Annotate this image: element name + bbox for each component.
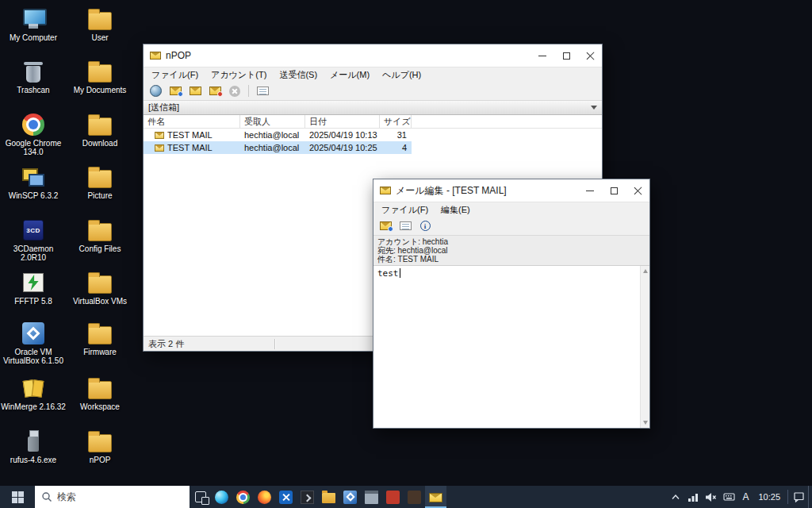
desktop-icon-label: Firmware [67, 348, 132, 356]
desktop-icon-label: WinSCP 6.3.2 [1, 191, 66, 200]
desktop-icon-3cdaemon[interactable]: 3CD 3CDaemon 2.0R10 [1, 217, 66, 262]
close-button[interactable] [578, 44, 602, 67]
search-icon [41, 491, 52, 502]
cell-size: 31 [380, 130, 412, 140]
desktop-icon-winmerge[interactable]: WinMerge 2.16.32 [1, 375, 66, 411]
edit-titlebar[interactable]: メール編集 - [TEST MAIL] [373, 179, 649, 202]
start-button[interactable] [0, 486, 35, 508]
send-receive-icon [150, 85, 162, 97]
mailbox-list-button[interactable] [254, 83, 271, 99]
desktop-icon-config-files[interactable]: Config Files [67, 217, 132, 253]
winmerge-icon [21, 378, 45, 399]
info-button[interactable] [416, 218, 434, 234]
taskbar-app-vm-window[interactable] [361, 486, 382, 508]
column-header-date[interactable]: 日付 [305, 115, 380, 128]
menu-file[interactable]: ファイル(F) [145, 67, 205, 83]
minimize-button[interactable] [578, 179, 602, 202]
desktop-icon-winscp[interactable]: WinSCP 6.3.2 [1, 164, 66, 200]
taskbar-app-red[interactable] [382, 486, 404, 508]
send-mail-button[interactable] [377, 218, 394, 234]
menu-file[interactable]: ファイル(F) [375, 202, 435, 217]
desktop-icon-ffftp[interactable]: FFFTP 5.8 [1, 270, 66, 306]
delete-icon [229, 86, 240, 97]
send-receive-button[interactable] [147, 83, 164, 99]
mail-row[interactable]: TEST MAIL hechtia@local 2025/04/19 10:13… [144, 129, 412, 141]
search-input[interactable] [57, 491, 168, 502]
close-icon [586, 52, 595, 60]
action-center-button[interactable] [790, 486, 808, 508]
taskbar-app-blue-x[interactable] [275, 486, 297, 508]
tray-volume[interactable] [702, 486, 720, 508]
maximize-button[interactable] [602, 179, 626, 202]
desktop-icon-workspace[interactable]: Workspace [67, 375, 132, 411]
column-header-recipient[interactable]: 受取人 [240, 115, 305, 128]
desktop-icon-npop[interactable]: nPOP [67, 429, 132, 464]
menu-help[interactable]: ヘルプ(H) [376, 67, 427, 83]
check-mail-button[interactable] [167, 83, 184, 99]
vertical-scrollbar[interactable] [640, 266, 649, 428]
taskbar-app-cmd[interactable] [297, 486, 318, 508]
taskbar-app-folder[interactable] [318, 486, 339, 508]
desktop-icon-picture[interactable]: Picture [67, 164, 132, 200]
close-button[interactable] [626, 179, 649, 202]
maximize-button[interactable] [554, 44, 578, 67]
scroll-down-icon[interactable] [643, 421, 648, 425]
new-mail-button[interactable] [186, 83, 204, 99]
desktop-icon-rufus[interactable]: rufus-4.6.exe [1, 429, 66, 464]
mail-header-panel: アカウント: hechtia 宛先: hechtia@local 件名: TES… [373, 236, 649, 266]
3cdaemon-icon: 3CD [23, 220, 44, 241]
taskbar-app-virtualbox[interactable] [339, 486, 361, 508]
ffftp-icon [23, 273, 44, 292]
minimize-icon [586, 190, 594, 191]
save-mail-button[interactable] [396, 218, 414, 234]
desktop-icon-download[interactable]: Download [67, 112, 132, 148]
tray-network[interactable] [684, 486, 702, 508]
taskbar-app-chrome[interactable] [232, 486, 254, 508]
taskbar-app-firefox[interactable] [254, 486, 275, 508]
desktop-icon-virtualbox-vms[interactable]: VirtualBox VMs [67, 270, 132, 306]
npop-titlebar[interactable]: nPOP [144, 44, 602, 67]
desktop-icon-my-documents[interactable]: My Documents [67, 59, 132, 94]
desktop-icon-user[interactable]: User [67, 6, 132, 42]
desktop-icon-firmware[interactable]: Firmware [67, 321, 132, 356]
desktop-icon-label: Config Files [67, 244, 132, 253]
menu-mail[interactable]: メール(M) [324, 67, 376, 83]
desktop-icon-trashcan[interactable]: Trashcan [1, 59, 66, 94]
show-desktop-button[interactable] [808, 486, 812, 508]
column-header-subject[interactable]: 件名 [144, 115, 240, 128]
delete-button[interactable] [226, 83, 243, 99]
info-icon [420, 221, 431, 231]
ime-indicator[interactable]: A [738, 491, 753, 502]
dark-app-icon [408, 491, 421, 504]
mail-row-selected[interactable]: TEST MAIL hechtia@local 2025/04/19 10:25… [144, 141, 412, 154]
mark-mail-button[interactable] [206, 83, 224, 99]
folder-icon [88, 64, 112, 83]
desktop-icon-my-computer[interactable]: My Computer [1, 6, 66, 42]
menu-account[interactable]: アカウント(T) [205, 67, 273, 83]
mail-body-editor[interactable]: test [373, 266, 649, 428]
menu-edit[interactable]: 編集(E) [435, 202, 477, 217]
taskbar-clock[interactable]: 10:25 [753, 492, 786, 502]
desktop-icon-label: Google Chrome 134.0 [1, 139, 66, 156]
tray-keyboard[interactable] [720, 486, 738, 508]
taskbar-apps [190, 486, 446, 508]
taskbar-app-npop-active[interactable] [425, 486, 446, 508]
vm-window-icon [365, 491, 378, 504]
taskbar-search[interactable] [35, 486, 190, 508]
desktop-icon-oracle-vm-virtualbox[interactable]: Oracle VM VirtualBox 6.1.50 [1, 321, 66, 365]
minimize-button[interactable] [530, 44, 554, 67]
menu-sendreceive[interactable]: 送受信(S) [273, 67, 324, 83]
column-header-size[interactable]: サイズ [380, 115, 412, 128]
mail-body-text: test [377, 268, 399, 279]
mailbox-selector[interactable]: [送信箱] [144, 101, 602, 115]
taskbar-app-dark[interactable] [404, 486, 425, 508]
desktop-icon-label: My Computer [1, 33, 66, 42]
folder-icon [88, 275, 112, 294]
taskbar-app-task-view[interactable] [190, 486, 211, 508]
tray-chevron-up[interactable] [667, 486, 684, 508]
system-tray: A 10:25 [667, 486, 812, 508]
folder-icon [88, 12, 112, 30]
taskbar-app-edge[interactable] [211, 486, 232, 508]
scroll-up-icon[interactable] [643, 269, 648, 273]
desktop-icon-google-chrome[interactable]: Google Chrome 134.0 [1, 112, 66, 156]
